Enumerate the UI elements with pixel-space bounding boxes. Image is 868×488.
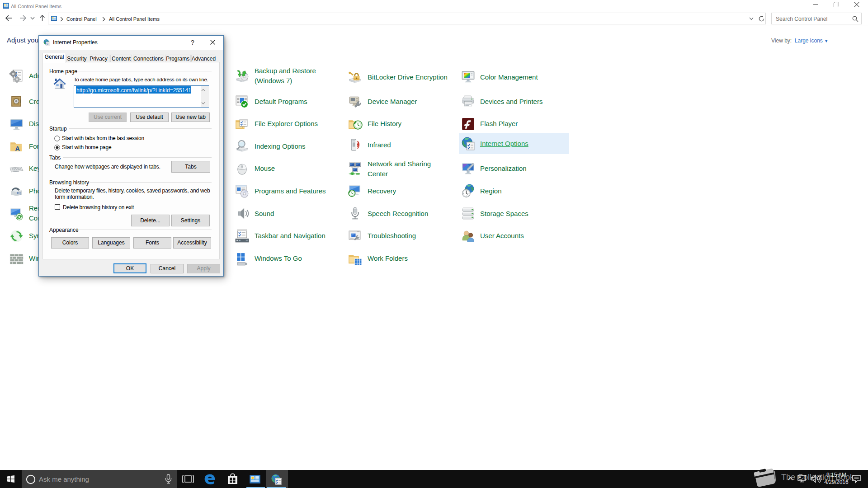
svg-text:A: A [15,145,20,152]
